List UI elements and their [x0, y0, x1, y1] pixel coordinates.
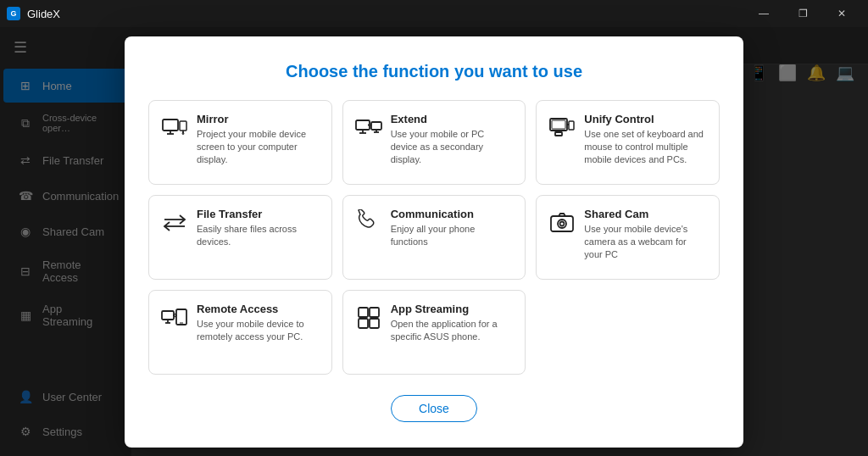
feature-desc-filetransfer: Easily share files across devices. — [197, 223, 320, 249]
feature-name-communication: Communication — [391, 208, 514, 220]
feature-card-top-sharedcam: Shared Cam Use your mobile device's came… — [548, 208, 707, 262]
unify-icon — [548, 114, 576, 146]
feature-text-extend: Extend Use your mobile or PC device as a… — [391, 113, 514, 167]
svg-point-5 — [183, 133, 184, 134]
feature-card-extend[interactable]: Extend Use your mobile or PC device as a… — [342, 100, 526, 185]
feature-name-sharedcam: Shared Cam — [584, 208, 707, 220]
svg-rect-23 — [162, 311, 174, 320]
mirror-icon — [161, 114, 188, 146]
feature-name-appstreaming: App Streaming — [391, 303, 514, 315]
svg-rect-29 — [359, 308, 368, 317]
svg-rect-15 — [569, 121, 574, 130]
features-grid: Mirror Project your mobile device screen… — [148, 100, 720, 375]
close-modal-button[interactable]: Close — [391, 395, 477, 422]
feature-modal: Choose the function you want to use — [125, 36, 743, 448]
feature-desc-sharedcam: Use your mobile device's camera as a web… — [584, 223, 707, 262]
communication-feature-icon — [355, 209, 382, 241]
feature-name-unify: Unify Control — [584, 113, 707, 125]
feature-desc-remoteaccess: Use your mobile device to remotely acces… — [197, 318, 320, 344]
app-name: GlideX — [27, 8, 60, 20]
feature-card-unify[interactable]: Unify Control Use one set of keyboard an… — [536, 100, 720, 185]
svg-rect-6 — [356, 120, 370, 130]
feature-name-remoteaccess: Remote Access — [197, 303, 320, 315]
feature-card-top-appstreaming: App Streaming Open the application for a… — [355, 303, 514, 344]
svg-rect-0 — [163, 120, 178, 131]
close-button[interactable]: ✕ — [822, 0, 861, 27]
svg-rect-30 — [370, 308, 379, 317]
feature-card-top-communication: Communication Enjoy all your phone funct… — [355, 208, 514, 249]
feature-name-filetransfer: File Transfer — [197, 208, 320, 220]
feature-name-mirror: Mirror — [197, 113, 320, 125]
feature-card-sharedcam[interactable]: Shared Cam Use your mobile device's came… — [536, 195, 720, 280]
extend-icon — [355, 114, 382, 146]
svg-rect-9 — [371, 122, 381, 130]
feature-desc-communication: Enjoy all your phone functions — [391, 223, 514, 249]
minimize-button[interactable]: — — [744, 0, 783, 27]
sharedcam-icon — [548, 209, 576, 241]
feature-desc-mirror: Project your mobile device screen to you… — [197, 128, 320, 167]
feature-text-sharedcam: Shared Cam Use your mobile device's came… — [584, 208, 707, 262]
modal-overlay: Choose the function you want to use — [0, 27, 868, 456]
feature-card-communication[interactable]: Communication Enjoy all your phone funct… — [342, 195, 526, 280]
feature-text-appstreaming: App Streaming Open the application for a… — [391, 303, 514, 344]
feature-desc-extend: Use your mobile or PC device as a second… — [391, 128, 514, 167]
feature-card-top-remoteaccess: Remote Access Use your mobile device to … — [161, 303, 320, 344]
feature-card-filetransfer[interactable]: File Transfer Easily share files across … — [148, 195, 332, 280]
svg-point-21 — [558, 220, 566, 228]
svg-rect-14 — [552, 120, 565, 129]
title-bar-left: G GlideX — [7, 7, 60, 20]
maximize-button[interactable]: ❐ — [783, 0, 822, 27]
feature-text-remoteaccess: Remote Access Use your mobile device to … — [197, 303, 320, 344]
modal-title: Choose the function you want to use — [286, 62, 582, 81]
svg-rect-31 — [359, 319, 368, 328]
svg-rect-20 — [551, 216, 573, 231]
feature-text-mirror: Mirror Project your mobile device screen… — [197, 113, 320, 167]
title-bar: G GlideX — ❐ ✕ — [0, 0, 868, 27]
feature-card-mirror[interactable]: Mirror Project your mobile device screen… — [148, 100, 332, 185]
remoteaccess-icon — [161, 304, 188, 336]
svg-rect-3 — [180, 121, 186, 131]
feature-card-remoteaccess[interactable]: Remote Access Use your mobile device to … — [148, 290, 332, 375]
feature-card-top-extend: Extend Use your mobile or PC device as a… — [355, 113, 514, 167]
feature-card-top-mirror: Mirror Project your mobile device screen… — [161, 113, 320, 167]
window-controls: — ❐ ✕ — [744, 0, 861, 27]
svg-rect-26 — [176, 309, 186, 325]
feature-text-filetransfer: File Transfer Easily share files across … — [197, 208, 320, 249]
appstreaming-icon — [355, 304, 382, 336]
feature-text-communication: Communication Enjoy all your phone funct… — [391, 208, 514, 249]
feature-card-top-unify: Unify Control Use one set of keyboard an… — [548, 113, 707, 167]
feature-desc-unify: Use one set of keyboard and mouse to con… — [584, 128, 707, 167]
feature-desc-appstreaming: Open the application for a specific ASUS… — [391, 318, 514, 344]
svg-point-22 — [560, 221, 565, 225]
feature-card-top-filetransfer: File Transfer Easily share files across … — [161, 208, 320, 249]
feature-text-unify: Unify Control Use one set of keyboard an… — [584, 113, 707, 167]
feature-name-extend: Extend — [391, 113, 514, 125]
svg-rect-17 — [555, 132, 562, 136]
svg-rect-32 — [370, 319, 379, 328]
feature-card-appstreaming[interactable]: App Streaming Open the application for a… — [342, 290, 526, 375]
filetransfer-icon — [161, 209, 188, 241]
app-logo: G — [7, 7, 20, 20]
